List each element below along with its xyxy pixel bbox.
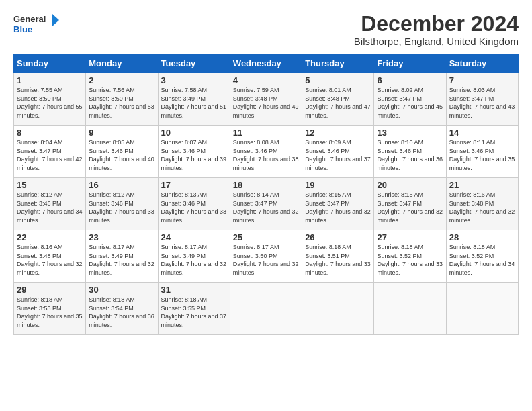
day-detail: Sunrise: 8:18 AMSunset: 3:54 PMDaylight:… [89, 296, 154, 328]
day-number: 14 [449, 128, 515, 138]
day-number: 12 [305, 128, 371, 138]
day-number: 5 [305, 75, 371, 85]
day-detail: Sunrise: 8:08 AMSunset: 3:46 PMDaylight:… [233, 139, 299, 171]
weekday-header-sunday: Sunday [14, 54, 86, 73]
calendar-cell: 22 Sunrise: 8:16 AMSunset: 3:48 PMDaylig… [14, 230, 86, 283]
calendar-cell: 14 Sunrise: 8:11 AMSunset: 3:46 PMDaylig… [446, 126, 518, 178]
calendar-week-row: 15 Sunrise: 8:12 AMSunset: 3:46 PMDaylig… [14, 178, 519, 230]
day-detail: Sunrise: 7:58 AMSunset: 3:49 PMDaylight:… [161, 87, 227, 119]
day-number: 27 [377, 232, 443, 242]
calendar-cell: 7 Sunrise: 8:03 AMSunset: 3:47 PMDayligh… [446, 73, 518, 126]
calendar-cell: 4 Sunrise: 7:59 AMSunset: 3:48 PMDayligh… [230, 73, 302, 126]
day-number: 19 [305, 180, 371, 190]
day-detail: Sunrise: 8:18 AMSunset: 3:52 PMDaylight:… [449, 244, 515, 276]
weekday-header-row: SundayMondayTuesdayWednesdayThursdayFrid… [14, 54, 519, 73]
day-detail: Sunrise: 8:18 AMSunset: 3:55 PMDaylight:… [161, 296, 227, 328]
calendar-cell: 30 Sunrise: 8:18 AMSunset: 3:54 PMDaylig… [86, 283, 158, 335]
calendar-cell: 3 Sunrise: 7:58 AMSunset: 3:49 PMDayligh… [158, 73, 230, 126]
calendar-cell: 6 Sunrise: 8:02 AMSunset: 3:47 PMDayligh… [374, 73, 446, 126]
day-number: 24 [161, 232, 227, 242]
calendar-cell: 13 Sunrise: 8:10 AMSunset: 3:46 PMDaylig… [374, 126, 446, 178]
day-detail: Sunrise: 7:56 AMSunset: 3:50 PMDaylight:… [89, 87, 154, 119]
day-detail: Sunrise: 8:16 AMSunset: 3:48 PMDaylight:… [17, 244, 83, 276]
header: General Blue December 2024 Bilsthorpe, E… [13, 12, 519, 47]
day-number: 2 [89, 75, 154, 85]
day-detail: Sunrise: 8:17 AMSunset: 3:49 PMDaylight:… [89, 244, 154, 276]
calendar-cell [446, 283, 518, 335]
title-area: December 2024 Bilsthorpe, England, Unite… [354, 12, 519, 47]
day-number: 7 [449, 75, 515, 85]
calendar-cell: 24 Sunrise: 8:17 AMSunset: 3:49 PMDaylig… [158, 230, 230, 283]
calendar-cell: 27 Sunrise: 8:18 AMSunset: 3:52 PMDaylig… [374, 230, 446, 283]
day-number: 30 [89, 285, 154, 295]
day-detail: Sunrise: 7:55 AMSunset: 3:50 PMDaylight:… [17, 87, 83, 119]
weekday-header-saturday: Saturday [446, 54, 518, 73]
day-number: 6 [377, 75, 443, 85]
calendar-cell: 9 Sunrise: 8:05 AMSunset: 3:46 PMDayligh… [86, 126, 158, 178]
logo-svg: General Blue [13, 12, 60, 39]
calendar-cell: 2 Sunrise: 7:56 AMSunset: 3:50 PMDayligh… [86, 73, 158, 126]
calendar-cell [302, 283, 374, 335]
calendar-week-row: 1 Sunrise: 7:55 AMSunset: 3:50 PMDayligh… [14, 73, 519, 126]
svg-text:General: General [13, 14, 46, 24]
calendar-cell: 10 Sunrise: 8:07 AMSunset: 3:46 PMDaylig… [158, 126, 230, 178]
calendar-cell: 19 Sunrise: 8:15 AMSunset: 3:47 PMDaylig… [302, 178, 374, 230]
calendar-cell: 15 Sunrise: 8:12 AMSunset: 3:46 PMDaylig… [14, 178, 86, 230]
calendar-cell: 26 Sunrise: 8:18 AMSunset: 3:51 PMDaylig… [302, 230, 374, 283]
day-detail: Sunrise: 7:59 AMSunset: 3:48 PMDaylight:… [233, 87, 299, 119]
calendar-cell: 23 Sunrise: 8:17 AMSunset: 3:49 PMDaylig… [86, 230, 158, 283]
calendar-cell: 16 Sunrise: 8:12 AMSunset: 3:46 PMDaylig… [86, 178, 158, 230]
day-detail: Sunrise: 8:12 AMSunset: 3:46 PMDaylight:… [89, 191, 154, 224]
svg-text:Blue: Blue [13, 24, 32, 34]
day-detail: Sunrise: 8:18 AMSunset: 3:53 PMDaylight:… [17, 296, 83, 328]
calendar-table: SundayMondayTuesdayWednesdayThursdayFrid… [13, 54, 519, 335]
calendar-cell [374, 283, 446, 335]
day-number: 15 [17, 180, 83, 190]
calendar-cell: 8 Sunrise: 8:04 AMSunset: 3:47 PMDayligh… [14, 126, 86, 178]
calendar-week-row: 22 Sunrise: 8:16 AMSunset: 3:48 PMDaylig… [14, 230, 519, 283]
day-detail: Sunrise: 8:12 AMSunset: 3:46 PMDaylight:… [17, 191, 83, 224]
day-detail: Sunrise: 8:15 AMSunset: 3:47 PMDaylight:… [377, 191, 443, 224]
day-detail: Sunrise: 8:18 AMSunset: 3:51 PMDaylight:… [305, 244, 371, 276]
weekday-header-friday: Friday [374, 54, 446, 73]
day-number: 23 [89, 232, 154, 242]
calendar-cell: 5 Sunrise: 8:01 AMSunset: 3:48 PMDayligh… [302, 73, 374, 126]
day-detail: Sunrise: 8:01 AMSunset: 3:48 PMDaylight:… [305, 87, 371, 119]
logo: General Blue [13, 12, 60, 39]
calendar-title: December 2024 [354, 12, 519, 36]
day-detail: Sunrise: 8:18 AMSunset: 3:52 PMDaylight:… [377, 244, 443, 276]
day-detail: Sunrise: 8:03 AMSunset: 3:47 PMDaylight:… [449, 87, 515, 119]
day-detail: Sunrise: 8:14 AMSunset: 3:47 PMDaylight:… [233, 191, 299, 224]
day-number: 25 [233, 232, 299, 242]
calendar-cell: 21 Sunrise: 8:16 AMSunset: 3:48 PMDaylig… [446, 178, 518, 230]
day-number: 1 [17, 75, 83, 85]
calendar-cell: 12 Sunrise: 8:09 AMSunset: 3:46 PMDaylig… [302, 126, 374, 178]
calendar-cell: 17 Sunrise: 8:13 AMSunset: 3:46 PMDaylig… [158, 178, 230, 230]
weekday-header-thursday: Thursday [302, 54, 374, 73]
day-detail: Sunrise: 8:11 AMSunset: 3:46 PMDaylight:… [449, 139, 515, 171]
day-detail: Sunrise: 8:02 AMSunset: 3:47 PMDaylight:… [377, 87, 443, 119]
day-detail: Sunrise: 8:17 AMSunset: 3:49 PMDaylight:… [161, 244, 227, 276]
day-number: 20 [377, 180, 443, 190]
calendar-cell [230, 283, 302, 335]
calendar-cell: 31 Sunrise: 8:18 AMSunset: 3:55 PMDaylig… [158, 283, 230, 335]
weekday-header-monday: Monday [86, 54, 158, 73]
day-number: 26 [305, 232, 371, 242]
calendar-cell: 25 Sunrise: 8:17 AMSunset: 3:50 PMDaylig… [230, 230, 302, 283]
weekday-header-wednesday: Wednesday [230, 54, 302, 73]
calendar-cell: 28 Sunrise: 8:18 AMSunset: 3:52 PMDaylig… [446, 230, 518, 283]
day-detail: Sunrise: 8:05 AMSunset: 3:46 PMDaylight:… [89, 139, 154, 171]
calendar-cell: 20 Sunrise: 8:15 AMSunset: 3:47 PMDaylig… [374, 178, 446, 230]
day-detail: Sunrise: 8:16 AMSunset: 3:48 PMDaylight:… [449, 191, 515, 224]
weekday-header-tuesday: Tuesday [158, 54, 230, 73]
day-number: 18 [233, 180, 299, 190]
day-number: 9 [89, 128, 154, 138]
day-number: 16 [89, 180, 154, 190]
day-detail: Sunrise: 8:10 AMSunset: 3:46 PMDaylight:… [377, 139, 443, 171]
day-number: 28 [449, 232, 515, 242]
day-number: 22 [17, 232, 83, 242]
calendar-subtitle: Bilsthorpe, England, United Kingdom [354, 36, 519, 47]
day-detail: Sunrise: 8:04 AMSunset: 3:47 PMDaylight:… [17, 139, 83, 171]
calendar-cell: 18 Sunrise: 8:14 AMSunset: 3:47 PMDaylig… [230, 178, 302, 230]
day-number: 31 [161, 285, 227, 295]
